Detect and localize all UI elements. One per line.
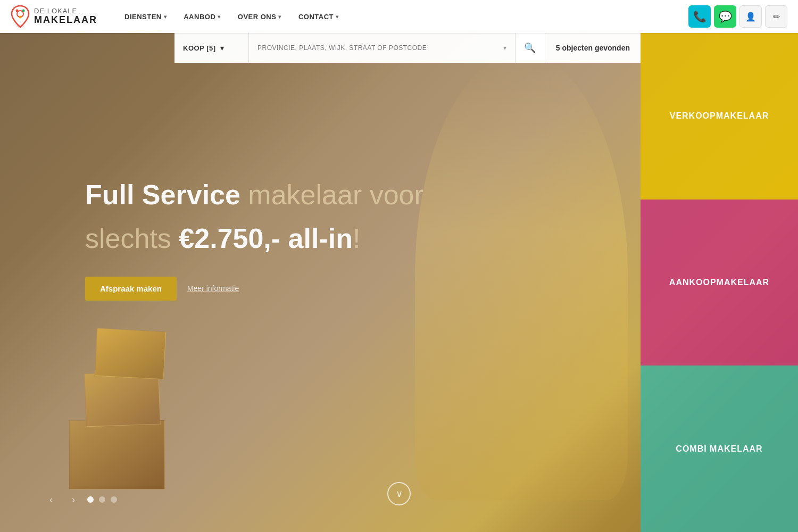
combi-makelaar-label: COMBI MAKELAAR — [676, 444, 762, 454]
logo-line2: MAKELAAR — [34, 15, 97, 26]
logo-pin-icon — [11, 5, 30, 28]
logo-line1: DE LOKALE — [34, 7, 97, 15]
svg-point-4 — [19, 16, 22, 19]
phone-button[interactable]: 📞 — [688, 5, 711, 28]
chevron-down-icon: ▾ — [218, 14, 221, 20]
user-button[interactable]: 👤 — [739, 5, 762, 28]
slider-dot-3[interactable] — [111, 496, 117, 503]
slider-navigation: ‹ › — [43, 491, 117, 508]
verkoopmakelaar-label: VERKOOPMAKELAAR — [670, 111, 769, 121]
whatsapp-icon: 💬 — [719, 10, 732, 23]
phone-icon: 📞 — [693, 10, 706, 23]
search-icon: 🔍 — [524, 42, 536, 54]
more-info-button[interactable]: Meer informatie — [187, 284, 239, 293]
hero-subtitle-light: slechts — [85, 223, 179, 254]
scroll-down-button[interactable]: ∨ — [387, 482, 411, 505]
hero-subtitle: slechts €2.750,- all-in! — [85, 222, 423, 255]
moving-boxes-decoration — [53, 303, 213, 489]
edit-button[interactable]: ✏ — [765, 5, 787, 28]
hero-buttons: Afspraak maken Meer informatie — [85, 277, 423, 301]
box-1 — [69, 420, 165, 489]
location-search-area[interactable]: ▾ — [249, 33, 515, 63]
search-button[interactable]: 🔍 — [515, 33, 545, 63]
edit-icon: ✏ — [773, 12, 780, 22]
verkoopmakelaar-card[interactable]: VERKOOPMAKELAAR — [641, 33, 798, 200]
nav-diensten[interactable]: DIENSTEN ▾ — [117, 9, 174, 25]
svg-point-2 — [16, 10, 19, 12]
nav-over-ons[interactable]: OVER ONS ▾ — [230, 9, 289, 25]
slider-prev-button[interactable]: ‹ — [43, 491, 60, 508]
service-panel: VERKOOPMAKELAAR AANKOOPMAKELAAR COMBI MA… — [641, 33, 798, 532]
chevron-down-icon: ▾ — [503, 44, 506, 52]
hero-title-bold: Full Service — [85, 179, 240, 210]
search-results-count: 5 objecten gevonden — [545, 33, 641, 63]
aankoopmakelaar-label: AANKOOPMAKELAAR — [669, 278, 769, 287]
property-type-dropdown[interactable]: KOOP [5] ▾ — [174, 33, 249, 63]
chevron-down-icon: ▾ — [164, 14, 167, 20]
chevron-down-icon: ▾ — [278, 14, 281, 20]
main-navigation: DIENSTEN ▾ AANBOD ▾ OVER ONS ▾ CONTACT ▾ — [117, 9, 688, 25]
user-icon: 👤 — [745, 12, 756, 22]
slider-next-button[interactable]: › — [65, 491, 82, 508]
chevron-down-icon: ▾ — [220, 44, 225, 52]
slider-dot-2[interactable] — [99, 496, 105, 503]
box-3 — [95, 328, 167, 380]
logo-text: DE LOKALE MAKELAAR — [34, 7, 97, 26]
hero-price: €2.750,- all-in — [179, 223, 353, 254]
chevron-down-icon: ∨ — [396, 488, 403, 500]
hero-subtitle-end: ! — [353, 223, 360, 254]
hero-text-block: Full Service makelaar voor slechts €2.75… — [85, 178, 423, 301]
nav-contact[interactable]: CONTACT ▾ — [291, 9, 346, 25]
header-actions: 📞 💬 👤 ✏ — [688, 5, 787, 28]
site-header: DE LOKALE MAKELAAR DIENSTEN ▾ AANBOD ▾ O… — [0, 0, 798, 33]
combi-makelaar-card[interactable]: COMBI MAKELAAR — [641, 365, 798, 532]
hero-girl-figure — [415, 53, 628, 500]
dropdown-label: KOOP [5] — [183, 44, 216, 52]
chevron-down-icon: ▾ — [336, 14, 339, 20]
hero-title-light: makelaar voor — [240, 179, 423, 210]
slider-dot-1[interactable] — [87, 496, 94, 503]
nav-aanbod[interactable]: AANBOD ▾ — [176, 9, 228, 25]
location-search-input[interactable] — [257, 44, 503, 52]
box-2 — [84, 371, 160, 427]
aankoopmakelaar-card[interactable]: AANKOOPMAKELAAR — [641, 200, 798, 366]
whatsapp-button[interactable]: 💬 — [714, 5, 736, 28]
search-bar: KOOP [5] ▾ ▾ 🔍 5 objecten gevonden — [174, 33, 641, 63]
appointment-button[interactable]: Afspraak maken — [85, 277, 177, 301]
hero-title: Full Service makelaar voor — [85, 178, 423, 211]
logo-area[interactable]: DE LOKALE MAKELAAR — [11, 5, 117, 28]
svg-point-3 — [22, 10, 25, 12]
